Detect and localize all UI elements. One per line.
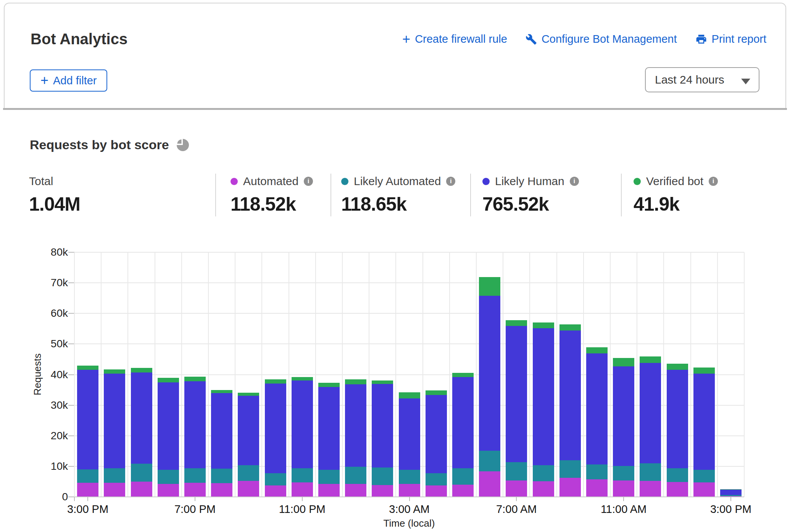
info-icon[interactable]: i [709,177,718,186]
gridline [422,252,423,497]
bar-400pm[interactable] [104,369,125,497]
y-tick [68,374,74,375]
bar-segment-likely-human [720,490,742,495]
bar-400am[interactable] [426,390,447,497]
header-links: + Create firewall rule Configure Bot Man… [402,33,766,45]
gridline [289,252,289,497]
printer-icon [695,33,707,45]
x-tick [302,497,303,501]
bar-300am[interactable] [399,392,420,497]
y-tick [68,466,74,467]
bar-200am[interactable] [372,380,393,497]
bar-500pm[interactable] [131,368,152,497]
bar-800am[interactable] [533,322,554,497]
x-tick [730,497,731,501]
bar-segment-likely-human [238,396,259,465]
stat-likely-automated: Likely Automated i 118.65k [341,175,455,215]
gridline [637,252,637,497]
x-tick [195,497,195,501]
bar-600am[interactable] [479,277,500,497]
bar-800pm[interactable] [211,390,232,497]
bar-600pm[interactable] [158,378,179,497]
bar-segment-verified-bot [318,383,340,387]
bar-segment-verified-bot [506,320,527,326]
x-tick-label: 11:00 PM [279,503,326,516]
bar-segment-automated [640,481,661,497]
x-tick-label: 3:00 PM [710,503,751,516]
bar-1100pm[interactable] [292,377,313,497]
bar-segment-likely-human [131,372,152,464]
stat-divider [215,174,216,216]
bar-segment-verified-bot [693,368,715,374]
x-tick-label: 3:00 PM [67,503,108,516]
y-tick-label: 40k [22,369,68,381]
bar-200pm[interactable] [693,368,715,497]
y-tick [68,343,74,344]
print-report-link[interactable]: Print report [695,33,766,45]
gridline [663,252,664,497]
bar-segment-likely-human [184,381,206,468]
bar-500am[interactable] [452,373,474,497]
bar-segment-verified-bot [667,364,688,370]
bar-segment-automated [77,483,98,497]
bar-segment-likely-human [426,395,447,473]
bar-segment-verified-bot [184,377,206,381]
info-icon[interactable]: i [570,177,579,186]
time-range-value: Last 24 hours [655,73,724,86]
bar-300pm[interactable] [720,489,742,497]
y-tick [68,435,74,436]
bar-segment-likely-automated [211,469,232,483]
bar-segment-verified-bot [77,366,98,369]
bar-segment-verified-bot [586,347,608,353]
bar-1200am[interactable] [318,383,340,497]
bar-segment-likely-human [318,387,340,470]
bar-segment-verified-bot [720,489,742,490]
bar-segment-likely-human [640,363,661,463]
gridline [717,252,718,497]
bar-100pm[interactable] [667,364,688,497]
info-icon[interactable]: i [304,177,313,186]
y-tick-label: 10k [22,460,68,472]
bar-1000am[interactable] [586,347,608,497]
bar-1200pm[interactable] [640,356,661,497]
bar-segment-automated [104,483,125,497]
bar-segment-verified-bot [479,277,500,296]
x-tick-label: 3:00 AM [389,503,429,516]
bar-segment-verified-bot [533,322,554,328]
bar-segment-likely-human [559,330,581,460]
add-filter-button[interactable]: + Add filter [30,69,107,92]
bar-segment-likely-human [533,328,554,466]
bar-segment-likely-automated [533,465,554,481]
bar-700am[interactable] [506,320,527,497]
bar-segment-likely-human [452,377,474,468]
gridline [74,282,744,283]
bar-segment-automated [426,485,447,497]
configure-bot-management-link[interactable]: Configure Bot Management [526,33,677,45]
stat-divider [331,174,331,216]
bar-700pm[interactable] [184,377,206,497]
bar-100am[interactable] [345,379,366,497]
bar-segment-verified-bot [559,324,581,330]
bar-1000pm[interactable] [265,379,286,497]
bar-900am[interactable] [559,324,581,497]
bar-segment-likely-human [104,374,125,468]
time-range-select[interactable]: Last 24 hours [645,67,759,92]
x-tick [409,497,410,501]
bar-segment-likely-automated [720,495,742,496]
info-icon[interactable]: i [446,177,455,186]
bar-1100am[interactable] [613,358,634,497]
bar-segment-likely-human [399,398,420,470]
bar-segment-automated [533,481,554,497]
bar-segment-automated [586,479,608,497]
bar-segment-likely-human [372,384,393,468]
bar-segment-likely-automated [345,467,366,484]
bar-segment-verified-bot [211,390,232,393]
y-tick [68,252,74,253]
gridline [155,252,155,497]
bar-300pm[interactable] [77,366,98,497]
create-firewall-rule-link[interactable]: + Create firewall rule [402,33,507,45]
bar-segment-verified-bot [372,380,393,384]
bar-segment-verified-bot [345,379,366,384]
gridline [235,252,235,497]
bar-900pm[interactable] [238,393,259,497]
